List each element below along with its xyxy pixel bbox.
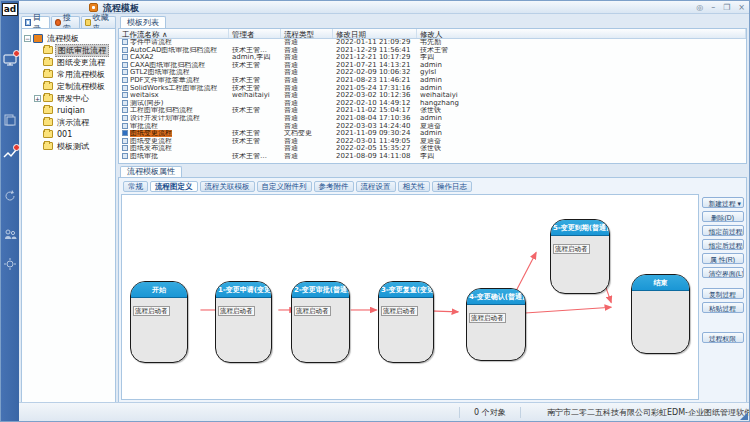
table-row[interactable]: CAXA2admin,李四普通2021-12-21 10:17:29李四	[119, 54, 746, 62]
settings-icon[interactable]	[3, 257, 17, 271]
tree-item[interactable]: 模板测试	[24, 140, 113, 152]
table-row[interactable]: 图纸发布流程普通2022-02-05 15:35:27张世铁	[119, 145, 746, 153]
table-cell: 普通	[281, 115, 333, 123]
desktop-icon[interactable]	[3, 53, 17, 67]
table-cell: 夏迪奋	[417, 123, 746, 131]
action-button-7[interactable]: 粘贴过程	[702, 302, 744, 313]
property-tab[interactable]: 流程图定义	[150, 181, 198, 192]
sidebar-tab-favorites[interactable]: 收藏夹	[81, 16, 116, 28]
folder-icon	[43, 58, 53, 66]
tree-item[interactable]: ruiqian	[24, 104, 113, 116]
column-header[interactable]: 工作流名称 ∧	[119, 29, 229, 38]
activity-icon[interactable]	[3, 147, 17, 161]
property-tabs: 常规流程图定义流程关联模板自定义附件列参考附件流程设置相关性操作日志	[123, 181, 744, 192]
flow-node[interactable]: 5-变更到期(普通)流程启动者	[550, 219, 610, 294]
column-header[interactable]: 修改日期	[333, 29, 417, 38]
table-row[interactable]: PDF文件审批签章流程技术主管普通2021-08-23 11:46:21admi…	[119, 77, 746, 85]
table-row[interactable]: 图纸变更流程技术主管普通2022-03-01 11:49:05夏迪奋	[119, 138, 746, 146]
table-row[interactable]: 审批流程普通2022-03-03 14:24:40夏迪奋	[119, 123, 746, 131]
table-row[interactable]: weitaisxweihaitaiyi普通2022-03-02 10:12:36…	[119, 92, 746, 100]
table-cell: 技术主管	[229, 130, 281, 138]
table-cell: admin,李四	[229, 54, 281, 62]
team-icon[interactable]	[3, 227, 17, 241]
workflow-icon	[122, 100, 128, 106]
column-header[interactable]: 管理者	[229, 29, 281, 38]
workflow-name: 审批流程	[130, 123, 158, 130]
property-tab[interactable]: 自定义附件列	[257, 181, 312, 192]
table-row[interactable]: AutoCAD图纸审批归档流程技术主管…普通2021-12-29 11:56:4…	[119, 47, 746, 55]
flow-node[interactable]: 开始流程启动者	[130, 281, 188, 363]
collapse-expander-icon[interactable]: −	[24, 35, 31, 42]
table-cell: 普通	[281, 69, 333, 77]
action-button-3[interactable]: 指定后过程(A)	[702, 239, 744, 250]
table-cell: weihaitaiyi	[417, 92, 746, 100]
table-cell: 普通	[281, 85, 333, 93]
table-row[interactable]: 测试(同步)普通2022-02-10 14:49:12hangzhang	[119, 100, 746, 108]
property-tab[interactable]: 流程设置	[356, 181, 396, 192]
expand-icon[interactable]: +	[34, 95, 41, 102]
table-row[interactable]: 图纸审批技术主管…普通2021-08-09 14:11:08李四	[119, 153, 746, 161]
table-cell: 技术主管	[417, 47, 746, 55]
tree-item[interactable]: 图纸变更流程	[24, 56, 113, 68]
tree-item[interactable]: 定制流程模板	[24, 80, 113, 92]
table-row[interactable]: 工程图审批归档流程技术主管普通2021-11-02 15:04:17张世铁	[119, 107, 746, 115]
flow-node[interactable]: 3-变更复查(变更复流程启动者	[378, 281, 434, 363]
maximize-button[interactable]: ❐	[723, 1, 730, 14]
property-tab[interactable]: 常规	[123, 181, 148, 192]
window-extra-icon[interactable]: ◎	[696, 1, 703, 14]
folder-icon	[43, 82, 53, 90]
property-tab[interactable]: 流程关联模板	[200, 181, 255, 192]
table-cell: 技术主管	[229, 62, 281, 70]
property-tab[interactable]: 操作日志	[432, 181, 472, 192]
tree-item-label: 图纸变更流程	[55, 57, 107, 68]
table-row[interactable]: 设计开发计划审批流程普通2021-08-04 17:10:36admin	[119, 115, 746, 123]
workflow-name: weitaisx	[130, 92, 159, 99]
column-header[interactable]: 流程类型	[281, 29, 333, 38]
property-tab[interactable]: 参考附件	[314, 181, 354, 192]
flow-node[interactable]: 2-变更审批(普通)流程启动者	[291, 281, 350, 363]
workflow-canvas[interactable]: 开始流程启动者1-变更申请(变更申流程启动者2-变更审批(普通)流程启动者3-变…	[121, 194, 699, 400]
tree-item[interactable]: 图纸审批流程	[24, 44, 113, 56]
table-row[interactable]: GTL2图纸审批流程普通2022-02-09 10:06:32gylsl	[119, 69, 746, 77]
table-cell: PDF文件审批签章流程	[119, 77, 229, 85]
tree-item[interactable]: 常用流程模板	[24, 68, 113, 80]
table-cell: 2021-08-09 14:11:08	[333, 153, 417, 161]
flow-node[interactable]: 4-变更确认(普通)流程启动者	[466, 288, 526, 361]
left-icon-rail	[1, 1, 19, 422]
tree-item[interactable]: 001	[24, 128, 113, 140]
tab-template-list[interactable]: 模板列表	[120, 16, 166, 28]
table-cell: 测试(同步)	[119, 100, 229, 108]
tab-template-properties[interactable]: 流程模板属性	[120, 166, 182, 177]
close-button[interactable]: ×	[738, 1, 745, 14]
property-tab[interactable]: 相关性	[398, 181, 431, 192]
action-button-6[interactable]: 复制过程	[702, 288, 744, 299]
tree-item[interactable]: 演示流程	[24, 116, 113, 128]
flow-node[interactable]: 结束	[631, 274, 690, 354]
resize-grip[interactable]	[740, 412, 748, 420]
table-row[interactable]: 图纸变更流程技术主管文档变更2021-11-09 09:30:24admin	[119, 130, 746, 138]
minimize-button[interactable]: –	[711, 1, 715, 14]
table-row[interactable]: SolidWorks工程图审批流程技术主管普通2021-05-24 17:31:…	[119, 85, 746, 93]
action-button-2[interactable]: 指定前过程(B)	[702, 225, 744, 236]
refresh-icon[interactable]	[3, 189, 17, 203]
action-button-8[interactable]: 过程权限	[702, 332, 744, 343]
sidebar-tab-search[interactable]: 搜索	[51, 16, 80, 28]
action-button-0[interactable]: 新建过程 ▾	[702, 197, 744, 208]
action-button-1[interactable]: 删除(D)	[702, 211, 744, 222]
flow-node[interactable]: 1-变更申请(变更申流程启动者	[215, 281, 272, 363]
tree-root[interactable]: −流程模板	[24, 32, 113, 44]
workflow-name: 图纸变更流程	[130, 130, 172, 137]
documents-icon[interactable]	[3, 113, 17, 127]
folder-icon	[43, 142, 53, 150]
table-cell: 张世铁	[417, 107, 746, 115]
action-button-5[interactable]: 清空界面(L)	[702, 267, 744, 278]
table-row[interactable]: CAXA图纸审批归档流程技术主管普通2021-07-21 14:13:21adm…	[119, 62, 746, 70]
action-button-4[interactable]: 属 性(R)	[702, 253, 744, 264]
window-controls: ◎–❐×	[696, 1, 745, 14]
table-row[interactable]: 零件申请流程普通2022-01-11 21:09:29韦先励	[119, 39, 746, 47]
tree-item[interactable]: +研发中心	[24, 92, 113, 104]
table-cell: 2021-12-21 10:17:29	[333, 54, 417, 62]
column-header[interactable]: 修改人	[417, 29, 746, 38]
table-cell: 普通	[281, 92, 333, 100]
sidebar-tab-catalog[interactable]: 目录	[21, 16, 50, 28]
